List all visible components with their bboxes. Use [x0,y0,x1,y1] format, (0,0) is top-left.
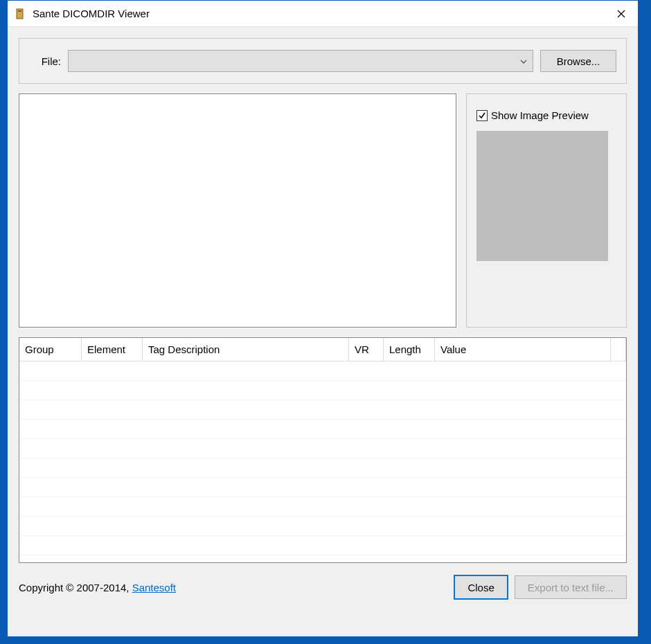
column-header-element[interactable]: Element [82,338,143,361]
copyright-text: Copyright © 2007-2014, Santesoft [19,582,447,593]
export-button: Export to text file... [515,575,627,599]
browse-button-label: Browse... [557,55,600,67]
window-close-button[interactable] [605,1,638,26]
close-icon [617,10,625,18]
column-header-vr[interactable]: VR [349,338,384,361]
show-preview-label: Show Image Preview [491,109,589,121]
table-row [19,517,626,536]
image-preview-placeholder [476,131,608,261]
table-header: Group Element Tag Description VR Length … [19,338,626,361]
table-body[interactable] [19,361,626,562]
file-combobox[interactable] [68,50,533,72]
app-icon [15,8,27,20]
table-row [19,420,626,439]
svg-rect-1 [18,10,21,12]
tag-table: Group Element Tag Description VR Length … [19,337,627,563]
table-row [19,361,626,381]
column-header-tag-description[interactable]: Tag Description [143,338,349,361]
copyright-prefix: Copyright © 2007-2014, [19,582,132,593]
column-header-length[interactable]: Length [384,338,435,361]
chevron-down-icon [520,56,527,66]
table-row [19,400,626,420]
santesoft-link[interactable]: Santesoft [132,582,176,593]
titlebar: Sante DICOMDIR Viewer [8,1,638,27]
main-window: Sante DICOMDIR Viewer File: Browse... [7,0,639,637]
browse-button[interactable]: Browse... [540,50,616,72]
table-row [19,381,626,400]
file-label: File: [29,55,61,67]
file-selector-group: File: Browse... [19,38,627,84]
close-button[interactable]: Close [454,575,507,599]
checkbox-icon [476,110,488,121]
close-button-label: Close [467,582,494,593]
preview-panel: Show Image Preview [466,93,627,328]
table-row [19,536,626,555]
client-area: File: Browse... Show Image Preview [8,27,638,636]
table-row [19,458,626,478]
table-row [19,497,626,517]
table-row [19,439,626,458]
window-title: Sante DICOMDIR Viewer [33,8,605,19]
footer: Copyright © 2007-2014, Santesoft Close E… [19,573,627,599]
middle-row: Show Image Preview [19,93,627,328]
table-row [19,478,626,497]
show-preview-checkbox[interactable]: Show Image Preview [476,109,616,121]
column-header-spacer [611,338,626,361]
column-header-group[interactable]: Group [19,338,82,361]
directory-tree-panel[interactable] [19,93,456,328]
column-header-value[interactable]: Value [435,338,611,361]
export-button-label: Export to text file... [528,582,614,593]
